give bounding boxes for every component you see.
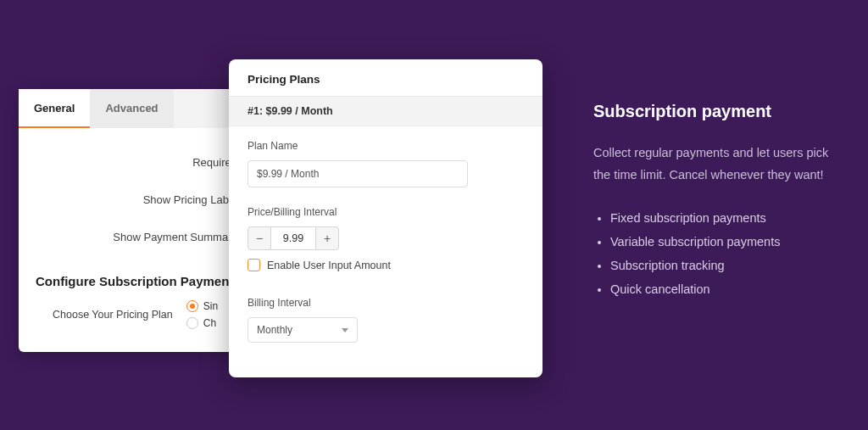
plan-body: Plan Name Price/Billing Interval − 9.99 … (229, 126, 542, 356)
billing-interval-label: Billing Interval (248, 297, 524, 309)
feature-item: Subscription tracking (610, 259, 848, 272)
checkbox-label: Enable User Input Amount (267, 260, 391, 271)
radio-label: Ch (203, 317, 216, 329)
checkbox-icon (248, 259, 260, 271)
plan-accordion-header[interactable]: #1: $9.99 / Month (229, 96, 542, 126)
radio-group: Sin Ch (186, 300, 218, 329)
radio-icon (186, 300, 198, 312)
feature-list: Fixed subscription payments Variable sub… (593, 211, 848, 296)
radio-label: Sin (203, 300, 218, 312)
tab-advanced[interactable]: Advanced (90, 89, 173, 128)
marketing-copy: Subscription payment Collect regular pay… (593, 102, 848, 306)
price-decrement-button[interactable]: − (248, 226, 271, 250)
plan-name-input[interactable] (248, 160, 468, 187)
price-increment-button[interactable]: + (315, 226, 339, 250)
price-value[interactable]: 9.99 (271, 226, 315, 250)
marketing-title: Subscription payment (593, 102, 848, 121)
marketing-description: Collect regular payments and let users p… (593, 142, 848, 186)
feature-item: Fixed subscription payments (610, 211, 848, 225)
tab-general[interactable]: General (19, 89, 90, 128)
radio-item-ch[interactable]: Ch (186, 317, 218, 329)
option-label: Show Payment Summary (113, 231, 237, 243)
enable-user-input-row[interactable]: Enable User Input Amount (248, 259, 524, 271)
option-label: Show Pricing Label (143, 193, 237, 206)
price-stepper: − 9.99 + (248, 226, 524, 250)
radio-icon (186, 317, 198, 329)
feature-item: Variable subscription payments (610, 235, 848, 249)
radio-item-sin[interactable]: Sin (186, 300, 218, 312)
billing-interval-select[interactable]: Monthly (248, 317, 358, 343)
select-value: Monthly (257, 324, 292, 336)
choose-label: Choose Your Pricing Plan (53, 309, 173, 321)
pricing-plans-panel: Pricing Plans #1: $9.99 / Month Plan Nam… (229, 59, 542, 377)
feature-item: Quick cancellation (610, 282, 848, 296)
price-label: Price/Billing Interval (248, 206, 524, 218)
plan-name-label: Plan Name (248, 140, 524, 152)
panel-title: Pricing Plans (229, 59, 542, 96)
